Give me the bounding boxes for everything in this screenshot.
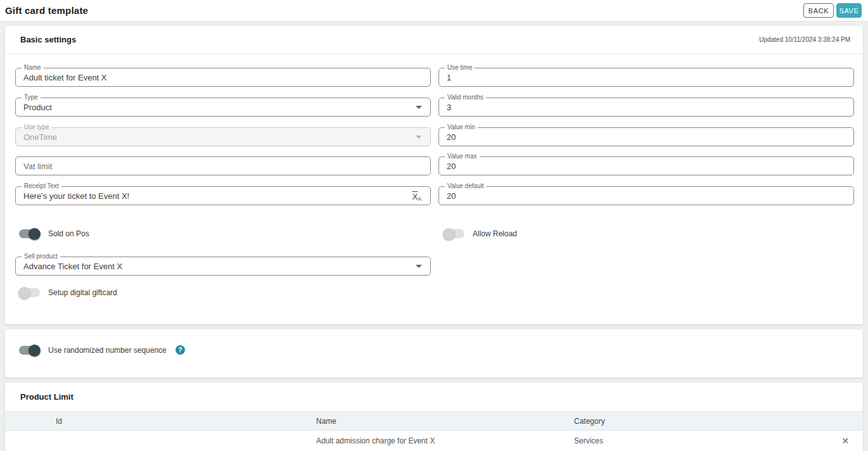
- value-max-input[interactable]: [439, 157, 853, 175]
- use-time-field[interactable]: Use time: [438, 68, 854, 87]
- product-limit-card: Product Limit Id Name Category Adult adm…: [5, 383, 863, 451]
- type-select[interactable]: Type Product: [15, 98, 431, 117]
- use-type-select-label: Use type: [22, 124, 51, 131]
- allow-reload-label: Allow Reload: [473, 229, 517, 238]
- value-default-input[interactable]: [439, 187, 853, 205]
- randomized-sequence-card: Use randomized number sequence ?: [5, 329, 863, 378]
- translate-icon[interactable]: XA: [409, 189, 425, 203]
- use-randomized-number-sequence-label: Use randomized number sequence: [48, 346, 167, 355]
- receipt-text-field-label: Receipt Text: [22, 182, 61, 190]
- translate-icon-a: A: [418, 196, 421, 202]
- toggle-thumb: [29, 345, 41, 357]
- toggle-thumb: [18, 287, 30, 299]
- value-min-field[interactable]: Value min: [438, 127, 854, 146]
- value-max-field-label: Value max: [445, 153, 480, 160]
- valid-months-input[interactable]: [439, 98, 853, 116]
- sell-product-select[interactable]: Sell product Advance Ticket for Event X: [15, 257, 431, 276]
- name-input[interactable]: [16, 68, 430, 86]
- table-row: Adult admission charge for Event X Servi…: [5, 431, 863, 451]
- toggle-thumb: [29, 228, 41, 240]
- value-default-field-label: Value default: [445, 182, 487, 190]
- chevron-down-icon: [416, 136, 422, 139]
- receipt-text-input[interactable]: [16, 187, 402, 205]
- setup-digital-giftcard-toggle[interactable]: [19, 288, 40, 297]
- setup-digital-giftcard-label: Setup digital giftcard: [48, 288, 117, 297]
- name-field[interactable]: Name: [15, 68, 431, 87]
- column-header-name: Name: [316, 417, 574, 426]
- sell-product-select-value: Advance Ticket for Event X: [16, 257, 430, 275]
- setup-digital-giftcard-row: Setup digital giftcard: [19, 288, 117, 297]
- type-select-label: Type: [22, 94, 41, 101]
- chevron-down-icon: [416, 106, 422, 109]
- use-time-input[interactable]: [439, 68, 853, 86]
- use-type-select-disabled: Use type OneTime: [15, 127, 431, 146]
- top-bar: Gift card template BACK SAVE: [0, 0, 868, 22]
- column-header-id: Id: [5, 417, 316, 426]
- sold-on-pos-row: Sold on Pos: [19, 229, 89, 238]
- value-min-field-label: Value min: [445, 124, 478, 131]
- basic-settings-header: Basic settings Updated 10/11/2024 3:38:2…: [5, 26, 863, 54]
- vat-limit-field[interactable]: [15, 156, 431, 175]
- translate-icon-x: X: [412, 192, 418, 201]
- allow-reload-toggle[interactable]: [444, 229, 464, 238]
- page-title: Gift card template: [5, 5, 88, 16]
- updated-timestamp: Updated 10/11/2024 3:38:24 PM: [759, 36, 850, 43]
- sell-product-select-label: Sell product: [22, 253, 60, 260]
- product-limit-table-header: Id Name Category: [5, 412, 863, 431]
- back-button[interactable]: BACK: [803, 3, 834, 18]
- randomized-sequence-row: Use randomized number sequence ?: [19, 345, 185, 355]
- value-max-field[interactable]: Value max: [438, 156, 854, 175]
- valid-months-field-label: Valid months: [445, 94, 486, 101]
- value-min-input[interactable]: [439, 128, 853, 146]
- basic-settings-card: Basic settings Updated 10/11/2024 3:38:2…: [5, 26, 863, 324]
- toggle-thumb: [443, 228, 455, 240]
- sold-on-pos-label: Sold on Pos: [48, 229, 89, 238]
- use-type-select-value: OneTime: [16, 128, 430, 146]
- column-header-category: Category: [574, 417, 863, 426]
- remove-row-icon[interactable]: ✕: [841, 436, 849, 445]
- use-randomized-number-sequence-toggle[interactable]: [19, 346, 40, 355]
- row-category-cell: Services: [574, 436, 841, 445]
- basic-settings-title: Basic settings: [20, 35, 76, 44]
- row-name-cell: Adult admission charge for Event X: [316, 436, 574, 445]
- product-limit-header: Product Limit: [5, 383, 863, 412]
- sold-on-pos-toggle[interactable]: [19, 229, 40, 238]
- name-field-label: Name: [22, 64, 44, 72]
- allow-reload-row: Allow Reload: [444, 229, 517, 238]
- chevron-down-icon: [416, 265, 422, 268]
- receipt-text-field[interactable]: Receipt Text XA: [15, 186, 431, 205]
- vat-limit-input[interactable]: [16, 157, 430, 175]
- valid-months-field[interactable]: Valid months: [438, 98, 854, 117]
- product-limit-title: Product Limit: [20, 392, 73, 402]
- type-select-value: Product: [16, 98, 430, 116]
- use-time-field-label: Use time: [445, 64, 475, 72]
- help-icon[interactable]: ?: [176, 345, 185, 355]
- save-button[interactable]: SAVE: [836, 3, 862, 18]
- value-default-field[interactable]: Value default: [438, 186, 854, 205]
